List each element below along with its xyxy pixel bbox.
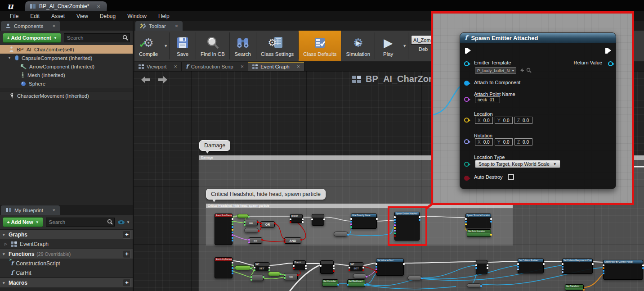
- pin[interactable]: [284, 277, 286, 279]
- graph-node-branch-3[interactable]: [476, 260, 487, 274]
- menu-item-view[interactable]: View: [71, 12, 94, 20]
- spawn-emitter-attached-node[interactable]: f Spawn Emitter Attached Emitter Templat…: [460, 32, 616, 189]
- add-icon[interactable]: +: [123, 250, 131, 258]
- pin[interactable]: [376, 266, 377, 268]
- graph-node-and-node[interactable]: AND: [284, 237, 301, 244]
- pin[interactable]: [562, 271, 564, 273]
- exec-in-pin[interactable]: [465, 48, 471, 54]
- emitter-template-pin[interactable]: [464, 61, 469, 66]
- pin[interactable]: [394, 227, 396, 229]
- pin[interactable]: [250, 279, 252, 281]
- graph-node-get-controller[interactable]: Get Controller: [322, 279, 338, 286]
- menu-item-help[interactable]: Help: [153, 12, 175, 20]
- pin[interactable]: [376, 268, 377, 270]
- pin[interactable]: [323, 218, 325, 220]
- add-icon[interactable]: +: [123, 231, 131, 239]
- pin[interactable]: [394, 224, 396, 226]
- pin[interactable]: [465, 223, 467, 225]
- tab-construction-scrip[interactable]: fConstruction Scrip✕: [182, 62, 248, 71]
- comment-bubble[interactable]: Damage: [199, 140, 230, 151]
- pin[interactable]: [297, 274, 299, 276]
- tab-viewport[interactable]: Viewport✕: [134, 62, 182, 71]
- pin[interactable]: [517, 266, 519, 268]
- pin[interactable]: [475, 267, 477, 269]
- graph-node-set-collision-response[interactable]: Set Collision Response to Channel: [562, 259, 593, 274]
- pin[interactable]: [347, 234, 349, 236]
- pin[interactable]: [274, 223, 276, 224]
- pin[interactable]: [350, 218, 352, 220]
- pin[interactable]: [263, 276, 264, 278]
- pin[interactable]: [300, 239, 302, 241]
- menu-item-edit[interactable]: Edit: [25, 12, 45, 20]
- pin[interactable]: [350, 226, 352, 228]
- comment-bubble[interactable]: Critical Headshot, hide head, spawn part…: [206, 189, 326, 200]
- pin[interactable]: [250, 268, 252, 269]
- add-component-button[interactable]: + Add Component▼: [3, 33, 61, 43]
- pin[interactable]: [260, 225, 262, 227]
- close-icon[interactable]: ✕: [52, 208, 56, 213]
- pin[interactable]: [517, 263, 519, 265]
- pin[interactable]: [394, 232, 396, 234]
- graph-node-or-node[interactable]: OR: [260, 221, 275, 227]
- pin[interactable]: [350, 221, 352, 223]
- location-type-dropdown[interactable]: Snap to Target, Keep World Scale▼: [475, 160, 560, 168]
- list-item-carhit[interactable]: fCarHit: [0, 268, 133, 277]
- attach-point-name-input[interactable]: neck_01: [475, 96, 500, 103]
- tree-expander-icon[interactable]: ▷: [4, 242, 8, 246]
- pin[interactable]: [347, 284, 349, 286]
- pin[interactable]: [311, 218, 313, 220]
- pin[interactable]: [232, 267, 233, 269]
- graph-node-exec-node-2[interactable]: [320, 260, 334, 274]
- pin[interactable]: [293, 268, 295, 269]
- pin[interactable]: [480, 285, 482, 287]
- close-icon[interactable]: ✕: [297, 64, 300, 69]
- pin[interactable]: [244, 221, 246, 223]
- pin[interactable]: [333, 270, 335, 272]
- pin[interactable]: [320, 265, 322, 267]
- graph-node-hide-bone-by-name[interactable]: Hide Bone by Name: [351, 214, 377, 229]
- pin[interactable]: [232, 234, 233, 236]
- pin[interactable]: [603, 273, 604, 274]
- pin[interactable]: [364, 284, 366, 286]
- graph-node-cyan-pill-2[interactable]: [467, 283, 481, 287]
- pin[interactable]: [337, 284, 339, 286]
- pin[interactable]: [487, 267, 488, 269]
- graph-node-branch-1[interactable]: Branch: [290, 214, 303, 223]
- emitter-template-dropdown[interactable]: P_body_bullet_N▼: [475, 67, 516, 74]
- pin[interactable]: [232, 221, 233, 223]
- graph-node-set-value-as-bool[interactable]: Set Value as Bool: [376, 259, 404, 276]
- location-type-pin[interactable]: [464, 162, 469, 167]
- graph-node-literal-pill[interactable]: [237, 214, 249, 218]
- close-icon[interactable]: ✕: [175, 24, 179, 28]
- location-pin[interactable]: [464, 118, 469, 123]
- pin[interactable]: [394, 219, 396, 221]
- graph-node-event-point-damage[interactable]: Event PointDamage: [215, 214, 233, 245]
- pin[interactable]: [642, 264, 644, 266]
- graph-node-get-blackboard[interactable]: Get Blackboard: [347, 279, 365, 287]
- pin[interactable]: [490, 218, 492, 220]
- graph-node-subtract-node[interactable]: [251, 275, 264, 281]
- pin[interactable]: [394, 235, 396, 237]
- tree-expander-icon[interactable]: ▾: [3, 252, 6, 256]
- graph-node-spawnactor-node[interactable]: SpawnActor BP Zombie Pickup: [603, 260, 643, 280]
- graph-node-spawn-emitter-mini[interactable]: Spawn Emitter Attached: [394, 212, 420, 241]
- pin[interactable]: [290, 221, 291, 223]
- exec-out-pin[interactable]: [605, 48, 612, 54]
- graph-node-health-pill-1[interactable]: [235, 265, 251, 270]
- simulation-button[interactable]: ⚙▶Simulation: [341, 31, 375, 61]
- auto-destroy-checkbox[interactable]: [508, 174, 514, 180]
- graph-node-spawn-sound-at-location[interactable]: Spawn Sound at Location: [465, 214, 491, 228]
- loc-row-y-field[interactable]: Y0.0: [495, 117, 513, 124]
- pin[interactable]: [583, 289, 585, 291]
- components-panel-tab[interactable]: Components ✕: [1, 21, 60, 31]
- pin[interactable]: [592, 263, 594, 265]
- graph-node-branch-2[interactable]: Branch: [293, 260, 306, 270]
- pin[interactable]: [284, 274, 286, 276]
- graph-node-cyan-pill-1[interactable]: [407, 276, 422, 280]
- pin[interactable]: [232, 223, 233, 225]
- chevron-down-icon[interactable]: ▼: [401, 31, 408, 61]
- save-button[interactable]: Save: [170, 31, 196, 61]
- class-settings-button[interactable]: ⚙Class Settings: [256, 31, 299, 61]
- tree-expander-icon[interactable]: ▾: [3, 232, 6, 237]
- menu-item-window[interactable]: Window: [122, 12, 152, 20]
